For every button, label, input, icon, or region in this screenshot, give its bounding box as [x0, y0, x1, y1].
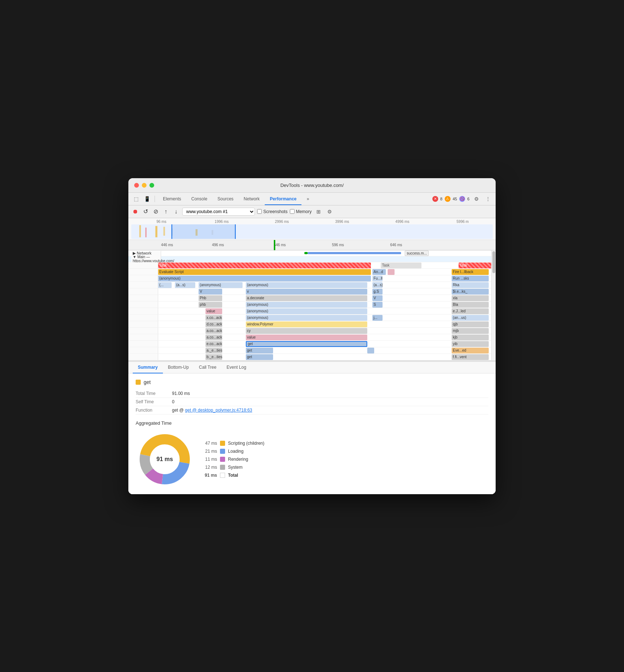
tab-more[interactable]: »	[301, 195, 314, 203]
clear-button[interactable]: ⊘	[152, 208, 160, 216]
tab-bottom-up[interactable]: Bottom-Up	[163, 362, 194, 373]
fire-bar[interactable]: Fire l...llback	[452, 269, 489, 275]
Phb-bar[interactable]: Phb	[199, 295, 222, 301]
Bla-bar[interactable]: Bla	[452, 302, 489, 308]
anus-bar[interactable]: (an...us)	[452, 315, 489, 321]
tab-call-tree[interactable]: Call Tree	[194, 362, 221, 373]
beties-bar[interactable]: b._e...ties	[205, 354, 222, 360]
anon-bar-8[interactable]: (anonymous)	[246, 315, 367, 321]
anon-bar-3a[interactable]: (anonymous)	[199, 282, 243, 288]
anon-bar-6[interactable]: (anonymous)	[246, 302, 367, 308]
xcoack-bar[interactable]: x.co...ack	[205, 315, 222, 321]
yib-bar[interactable]: yib	[452, 341, 489, 347]
blue-small-bar[interactable]	[367, 348, 374, 353]
vertical-scrollbar[interactable]	[491, 251, 496, 360]
aeties-bar[interactable]: a._e...ties	[205, 348, 222, 353]
flame-chart[interactable]: ▶ Network success.m... ▼ Main — https://…	[128, 251, 496, 360]
tab-event-log[interactable]: Event Log	[221, 362, 251, 373]
sierks-bar[interactable]: $i.e...ks_	[452, 289, 489, 295]
record-button[interactable]: ⏺	[131, 208, 139, 216]
as-bar-2[interactable]: (a...s)	[372, 282, 383, 288]
svg-rect-2	[155, 226, 157, 237]
legend-rendering: 11 ms Rendering	[203, 457, 264, 462]
self-time-row: Self Time 0	[136, 398, 488, 406]
legend: 47 ms Scripting (children) 21 ms Loading…	[203, 441, 264, 478]
tab-summary[interactable]: Summary	[133, 362, 163, 373]
device-icon[interactable]: 📱	[142, 194, 152, 204]
url-select[interactable]: www.youtube.com #1	[182, 208, 255, 216]
tab-elements[interactable]: Elements	[158, 195, 186, 203]
v-bar[interactable]: v	[246, 289, 367, 295]
value-bar[interactable]: value	[205, 308, 222, 314]
S-bar[interactable]: S	[372, 302, 383, 308]
warning-icon: ⚠	[445, 196, 451, 202]
inspect-icon[interactable]: ⬚	[131, 194, 141, 204]
phb-bar[interactable]: phb	[199, 302, 222, 308]
ecoack-bar[interactable]: e.co...ack	[205, 341, 222, 347]
timeline-mini-chart[interactable]	[131, 224, 493, 239]
cy-bar[interactable]: cy	[246, 328, 367, 334]
tab-console[interactable]: Console	[186, 195, 212, 203]
settings-icon[interactable]: ⚙	[472, 194, 481, 204]
maximize-button[interactable]	[149, 183, 154, 188]
acoack2-bar[interactable]: a.co...ack	[205, 335, 222, 340]
anon-bar-3b[interactable]: (anonymous)	[246, 282, 367, 288]
cpu-icon[interactable]: ⊞	[314, 207, 323, 216]
dcoack-bar[interactable]: d.co...ack	[205, 321, 222, 327]
adecorate-bar[interactable]: a.decorate	[246, 295, 367, 301]
pink-bar-1[interactable]	[388, 269, 395, 275]
V-bar[interactable]: V	[199, 289, 222, 295]
acoack-bar[interactable]: a.co...ack	[205, 328, 222, 334]
tab-network[interactable]: Network	[239, 195, 265, 203]
get2-bar[interactable]: get	[246, 348, 273, 353]
function-label: Function	[136, 408, 172, 413]
upload-button[interactable]: ↑	[162, 208, 170, 216]
window-polymer-bar[interactable]: window.Polymer	[246, 321, 367, 327]
flame-row-evaluate: Evaluate Script An...d Fire l...llback	[128, 269, 496, 275]
paren-bar[interactable]: (...	[158, 282, 172, 288]
V2-bar[interactable]: V	[372, 295, 383, 301]
flame-row-7: value (anonymous) e.J...led	[128, 308, 496, 315]
minimize-button[interactable]	[142, 183, 147, 188]
more-options-icon[interactable]: ⋮	[483, 194, 493, 204]
ffivent-bar[interactable]: f.fi...vent	[452, 354, 489, 360]
get3-bar[interactable]: get	[246, 354, 273, 360]
capture-settings-icon[interactable]: ⚙	[325, 208, 333, 216]
and-bar[interactable]: An...d	[372, 269, 386, 275]
full-bar[interactable]: Fu...ll	[372, 276, 383, 281]
task-bar-0[interactable]: Task	[158, 263, 371, 268]
close-button[interactable]	[134, 183, 139, 188]
task-bar-1[interactable]: Task	[381, 263, 421, 268]
memory-checkbox[interactable]	[290, 209, 295, 214]
tab-sources[interactable]: Sources	[212, 195, 239, 203]
run-bar[interactable]: Run ...sks	[452, 276, 489, 281]
anon-bar-7[interactable]: (anonymous)	[246, 308, 367, 314]
xla-bar[interactable]: xla	[452, 295, 489, 301]
task-bar-2[interactable]: Task	[459, 263, 492, 268]
reload-button[interactable]: ↺	[141, 208, 149, 216]
value2-bar[interactable]: value	[246, 335, 367, 340]
mjb-bar[interactable]: mjb	[452, 328, 489, 334]
qjb-bar[interactable]: qjb	[452, 321, 489, 327]
eveed-bar[interactable]: Eve...ed	[452, 348, 489, 353]
kjb-bar[interactable]: kjb	[452, 335, 489, 340]
screenshots-checkbox-label[interactable]: Screenshots	[257, 209, 288, 214]
get-selected-bar[interactable]: get	[246, 341, 367, 347]
gs-bar[interactable]: g.S	[372, 289, 383, 295]
scripting-label: Scripting (children)	[228, 441, 264, 446]
info-icon: 🚫	[459, 196, 465, 202]
ejled-bar[interactable]: e.J...led	[452, 308, 489, 314]
rka-bar[interactable]: Rka	[452, 282, 489, 288]
tab-performance[interactable]: Performance	[265, 195, 301, 203]
anon-bar-0[interactable]: (anonymous)	[158, 276, 371, 281]
legend-scripting: 47 ms Scripting (children)	[203, 441, 264, 446]
main-row: ▼ Main — https://www.youtube.com/	[128, 256, 496, 262]
as-bar[interactable]: (a...s)	[175, 282, 195, 288]
j-bar[interactable]: j...	[372, 315, 383, 321]
memory-checkbox-label[interactable]: Memory	[290, 209, 312, 214]
function-link[interactable]: get @ desktop_polymer.js:4718:63	[185, 408, 252, 413]
screenshots-checkbox[interactable]	[257, 209, 262, 214]
scrollbar-thumb[interactable]	[492, 251, 495, 273]
evaluate-bar[interactable]: Evaluate Script	[158, 269, 371, 275]
download-button[interactable]: ↓	[172, 208, 180, 216]
